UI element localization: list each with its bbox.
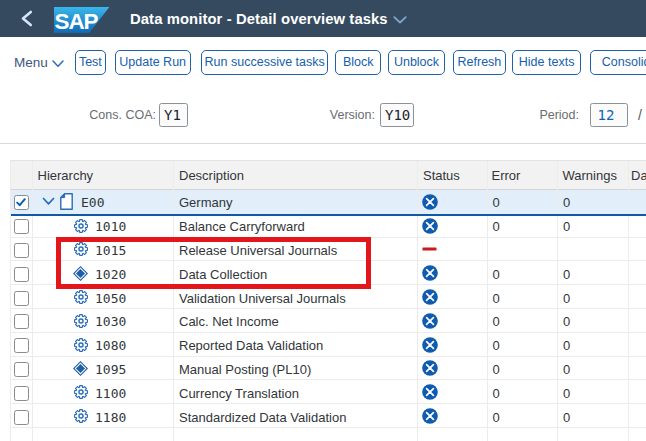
status-cell	[418, 380, 488, 404]
table-row-1080[interactable]: 1080Reported Data Validation00	[11, 333, 646, 357]
filter-input-1[interactable]: Y10	[380, 103, 414, 127]
status-cell	[418, 357, 488, 381]
status-cancel-icon[interactable]	[422, 265, 438, 281]
hierarchy-cell: 1010	[33, 214, 174, 238]
chevron-down-icon	[393, 16, 407, 24]
period-slash: /	[638, 87, 642, 143]
toolbar-button-test[interactable]: Test	[75, 50, 107, 75]
table-row-1015[interactable]: 1015Release Universal Journals	[11, 238, 646, 262]
error-cell: 0	[488, 404, 558, 428]
row-checkbox[interactable]	[14, 267, 29, 282]
warnings-cell	[558, 238, 629, 262]
gear-icon	[73, 314, 88, 328]
warnings-cell: 0	[558, 357, 629, 381]
column-header-da[interactable]: Da	[629, 161, 646, 190]
row-checkbox-cell	[11, 285, 34, 309]
status-cancel-icon[interactable]	[422, 384, 438, 400]
extra-cell	[629, 214, 646, 238]
row-checkbox[interactable]	[14, 243, 29, 258]
description-cell: Calc. Net Income	[174, 309, 419, 333]
row-checkbox[interactable]	[14, 362, 29, 377]
gear-icon	[73, 290, 88, 304]
table-row-1030[interactable]: 1030Calc. Net Income00	[11, 309, 646, 333]
hierarchy-code: 1100	[95, 386, 126, 401]
table-row-1020[interactable]: 1020Data Collection00	[11, 261, 646, 285]
toolbar-button-run-successive-tasks[interactable]: Run successive tasks	[201, 50, 328, 75]
status-cell	[418, 261, 488, 285]
toolbar-button-block[interactable]: Block	[335, 50, 382, 75]
table-row-1050[interactable]: 1050Validation Universal Journals00	[11, 285, 646, 309]
description-cell: Germany	[174, 190, 419, 214]
table-row-1010[interactable]: 1010Balance Carryforward00	[11, 214, 646, 238]
description-cell: Balance Carryforward	[174, 214, 419, 238]
description-cell: Manual Posting (PL10)	[174, 357, 419, 381]
gear-icon	[73, 409, 88, 423]
row-checkbox[interactable]	[14, 291, 29, 306]
warnings-cell: 0	[558, 214, 629, 238]
toolbar-button-unblock[interactable]: Unblock	[388, 50, 445, 75]
column-header-warnings[interactable]: Warnings	[558, 161, 629, 190]
row-checkbox[interactable]	[14, 386, 29, 401]
row-checkbox[interactable]	[14, 338, 29, 353]
table-row-1095[interactable]: 1095Manual Posting (PL10)00	[11, 357, 646, 381]
table-header-row: Hierarchy Description Status Error Warni…	[11, 161, 646, 190]
column-header-description[interactable]: Description	[174, 161, 419, 190]
page-title: Data monitor - Detail overview tasks	[130, 0, 388, 37]
hierarchy-code: 1020	[95, 267, 126, 282]
status-cancel-icon[interactable]	[422, 194, 438, 210]
table-row-E00[interactable]: E00Germany00	[11, 190, 646, 214]
row-checkbox-cell	[11, 404, 34, 428]
warnings-cell: 0	[558, 285, 629, 309]
description-cell: Validation Universal Journals	[174, 285, 419, 309]
extra-cell	[629, 309, 646, 333]
hierarchy-cell: 1020	[33, 261, 174, 285]
row-checkbox-checked[interactable]	[14, 195, 29, 210]
warnings-cell: 0	[558, 309, 629, 333]
title-menu-button[interactable]	[393, 2, 407, 39]
extra-cell	[629, 357, 646, 381]
table-row-1180[interactable]: 1180Standardized Data Validation00	[11, 404, 646, 428]
column-header-status[interactable]: Status	[418, 161, 488, 190]
description-cell: Currency Translation	[174, 380, 419, 404]
row-checkbox[interactable]	[14, 410, 29, 425]
status-cancel-icon[interactable]	[422, 218, 438, 234]
table-row-empty[interactable]	[11, 428, 646, 441]
status-cell	[418, 285, 488, 309]
row-checkbox-cell	[11, 214, 34, 238]
error-cell: 0	[488, 380, 558, 404]
row-checkbox-cell	[11, 333, 34, 357]
status-cancel-icon[interactable]	[422, 313, 438, 329]
toolbar-button-hide-texts[interactable]: Hide texts	[512, 50, 581, 75]
filter-input-2[interactable]: 12	[590, 103, 628, 127]
diamond-icon	[73, 265, 88, 282]
status-cancel-icon[interactable]	[422, 337, 438, 353]
hierarchy-code: 1080	[95, 338, 126, 353]
row-checkbox[interactable]	[14, 219, 29, 234]
extra-cell	[629, 404, 646, 428]
toolbar-button-refresh[interactable]: Refresh	[453, 50, 507, 75]
extra-cell	[629, 333, 646, 357]
status-cancel-icon[interactable]	[422, 289, 438, 305]
row-checkbox-cell	[11, 357, 34, 381]
header-select-all[interactable]	[11, 161, 34, 190]
filter-input-0[interactable]: Y1	[159, 103, 188, 127]
warnings-cell: 0	[558, 261, 629, 285]
error-cell: 0	[488, 214, 558, 238]
row-checkbox[interactable]	[14, 314, 29, 329]
back-button[interactable]	[14, 0, 38, 37]
svg-text:SAP: SAP	[54, 9, 98, 33]
sap-logo[interactable]: SAP	[54, 7, 109, 37]
status-cancel-icon[interactable]	[422, 360, 438, 376]
column-header-error[interactable]: Error	[488, 161, 558, 190]
chevron-left-icon	[20, 10, 33, 27]
status-cell	[418, 238, 488, 262]
toolbar-button-update-run[interactable]: Update Run	[115, 50, 191, 75]
column-header-hierarchy[interactable]: Hierarchy	[33, 161, 174, 190]
status-cancel-icon[interactable]	[422, 408, 438, 424]
expand-chevron-down-icon[interactable]	[42, 197, 55, 206]
table-row-1100[interactable]: 1100Currency Translation00	[11, 380, 646, 404]
status-dash-icon[interactable]	[422, 247, 437, 251]
toolbar-button-consolidation[interactable]: Consolidation	[590, 50, 646, 75]
description-cell: Reported Data Validation	[174, 333, 419, 357]
page: SAP Data monitor - Detail overview tasks…	[0, 0, 646, 441]
